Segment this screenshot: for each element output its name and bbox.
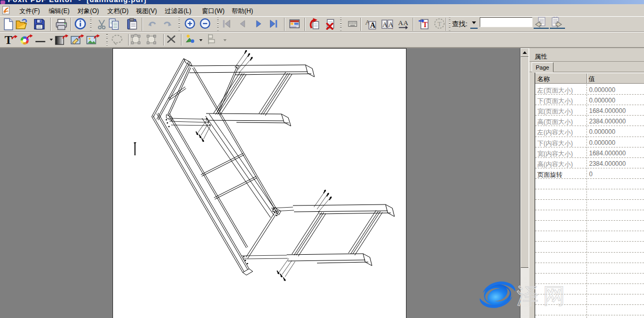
svg-text:A: A <box>398 19 403 27</box>
svg-text:A: A <box>388 20 393 28</box>
svg-text:T: T <box>5 33 13 47</box>
svg-text:A: A <box>382 20 388 28</box>
svg-text:A: A <box>370 21 376 29</box>
svg-text:A: A <box>403 19 409 27</box>
svg-text:T: T <box>437 20 442 28</box>
svg-text:T: T <box>423 21 427 29</box>
